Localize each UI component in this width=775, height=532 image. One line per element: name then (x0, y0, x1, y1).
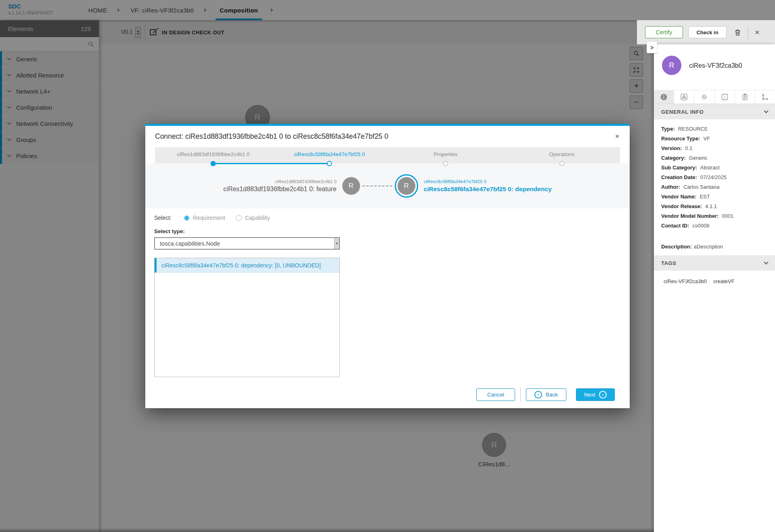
panel-tabs (654, 90, 775, 104)
section-title: TAGS (661, 260, 677, 266)
back-label: Back (546, 392, 558, 398)
network-branch-icon (761, 93, 769, 101)
field-row: Vendor Release:4.1.1 (661, 203, 772, 213)
clipboard-icon (741, 93, 749, 101)
dropdown-arrow-icon: ▾ (334, 238, 339, 249)
field-row: Creation Date:07/24/2025 (661, 174, 772, 184)
general-info-section-header[interactable]: GENERAL INFO (654, 104, 775, 119)
radio-unselected-icon (236, 215, 242, 221)
tag: ciRes-VF3f2ca3b0 (664, 278, 707, 284)
wizard-progress-line (213, 163, 329, 164)
wizard-footer: Cancel ‹ Back Next › (476, 387, 615, 402)
radio-group: Requirement Capability (184, 215, 270, 221)
wizard-step-properties[interactable]: Properties (388, 147, 504, 163)
from-node-labels: ciRes1d883df1936fbbe2c4b1 0 ciRes1d883df… (223, 179, 336, 193)
connection-preview: ciRes1d883df1936fbbe2c4b1 0 ciRes1d883df… (145, 163, 630, 209)
field-row: Vendor Name:EST (661, 194, 772, 203)
tab-requirements-capabilities[interactable] (755, 90, 775, 104)
gear-icon (700, 93, 708, 101)
certify-button[interactable]: Certify (645, 26, 683, 38)
detail-panel: R ciRes-VF3f2ca3b0 (654, 44, 775, 532)
sdc-app: SDC v.1.14.1-SNAPSHOT HOME VF: ciRes-VF3… (0, 0, 775, 532)
radio-requirement[interactable]: Requirement (184, 215, 225, 221)
requirement-match-item-selected[interactable]: ciResc8c58f6fa34e47e7bf25 0: dependency:… (155, 258, 339, 273)
section-title: GENERAL INFO (661, 109, 704, 115)
divider (748, 26, 748, 39)
wizard-step-operations[interactable]: Operations (504, 147, 620, 163)
description-label: Description: (661, 244, 692, 250)
bottom-shadow (0, 528, 654, 532)
field-row: Category:Generic (661, 155, 772, 165)
field-row: Type:RESOURCE (661, 126, 772, 136)
radio-selected-icon (184, 215, 190, 221)
radio-label: Capability (245, 215, 270, 221)
description-row: Description:aDescription (661, 244, 723, 250)
trash-icon (733, 28, 742, 37)
back-button[interactable]: ‹ Back (526, 388, 566, 401)
radio-label: Requirement (193, 215, 225, 221)
step-label: ciResc8c58f6fa34e47e7bf25 0 (294, 151, 365, 157)
type-select-dropdown[interactable]: tosca.capabilities.Node ▾ (154, 237, 340, 250)
step-label: Operations (549, 151, 575, 157)
field-row: Vendor Model Number:0001 (661, 213, 772, 223)
to-node-ring: R (395, 174, 418, 198)
tags-list: ciRes-VF3f2ca3b0 createVF (664, 278, 735, 284)
field-row: Sub Category:Abstract (661, 165, 772, 174)
cancel-button[interactable]: Cancel (476, 388, 515, 401)
next-button[interactable]: Next › (576, 388, 615, 401)
field-row: Resource Type:VF (661, 136, 772, 145)
wizard-steps: ciRes1d883df1936fbbe2c4b1 0 ciResc8c58f6… (155, 147, 620, 163)
delete-button[interactable] (732, 27, 743, 38)
field-row: Contact ID:cs0008 (661, 223, 772, 232)
close-workspace-button[interactable]: × (752, 27, 762, 37)
composition-icon (680, 93, 688, 101)
wizard-body: Select: Requirement Capability Select ty… (154, 209, 340, 377)
divider (520, 387, 521, 402)
wizard-step-from[interactable]: ciRes1d883df1936fbbe2c4b1 0 (155, 147, 271, 163)
modal-close-button[interactable]: × (612, 131, 622, 142)
field-row: Version:0.1 (661, 145, 772, 155)
panel-title: ciRes-VF3f2ca3b0 (689, 62, 742, 69)
chevron-down-icon (764, 260, 768, 264)
step-dot (211, 161, 216, 166)
step-dot (327, 161, 332, 166)
to-node-icon: R (398, 177, 415, 195)
tab-composition[interactable] (674, 90, 694, 104)
select-row: Select: Requirement Capability (154, 215, 340, 221)
workspace-action-bar: Certify Check in × (637, 20, 775, 44)
wizard-step-to[interactable]: ciResc8c58f6fa34e47e7bf25 0 (271, 147, 388, 163)
tab-settings[interactable] (694, 90, 714, 104)
to-node-capability: ciResc8c58f6fa34e47e7bf25 0: dependency (424, 186, 552, 193)
to-node-labels: ciResc8c58f6fa34e47e7bf25 0 ciResc8c58f6… (424, 179, 552, 193)
back-arrow-icon: ‹ (534, 391, 542, 398)
tags-section-header[interactable]: TAGS (654, 255, 775, 271)
requirement-match-list: ciResc8c58f6fa34e47e7bf25 0: dependency:… (154, 258, 340, 377)
select-label: Select: (154, 215, 172, 221)
tab-information[interactable] (654, 90, 674, 104)
select-type-label: Select type: (154, 228, 340, 234)
info-square-icon (721, 93, 729, 101)
tab-deployment-artifacts[interactable] (735, 90, 755, 104)
field-row: Author:Carlos Santana (661, 184, 772, 194)
step-label: ciRes1d883df1936fbbe2c4b1 0 (177, 151, 249, 157)
modal-title: Connect: ciRes1d883df1936fbbe2c4b1 0 to … (155, 126, 388, 147)
info-filled-icon (660, 93, 668, 101)
check-in-button[interactable]: Check in (688, 26, 727, 38)
step-label: Properties (434, 151, 457, 157)
general-info-fields: Type:RESOURCE Resource Type:VF Version:0… (661, 126, 772, 232)
next-label: Next (584, 392, 595, 398)
tab-info-square[interactable] (715, 90, 735, 104)
from-node-name: ciRes1d883df1936fbbe2c4b1 0 (223, 179, 336, 184)
description-value: aDescription (694, 244, 723, 250)
chevron-right-icon: > (650, 44, 654, 51)
panel-collapse-tab[interactable]: > (647, 42, 657, 53)
tag: createVF (713, 278, 735, 284)
type-select-value: tosca.capabilities.Node (160, 240, 220, 247)
step-dot (559, 161, 565, 166)
next-arrow-icon: › (599, 391, 607, 398)
radio-capability[interactable]: Capability (236, 215, 270, 221)
connect-wizard-modal: Connect: ciRes1d883df1936fbbe2c4b1 0 to … (145, 124, 630, 408)
chevron-down-icon (764, 108, 768, 113)
from-node-icon: R (342, 177, 360, 195)
from-node-requirement: ciRes1d883df1936fbbe2c4b1 0: feature (223, 186, 336, 193)
